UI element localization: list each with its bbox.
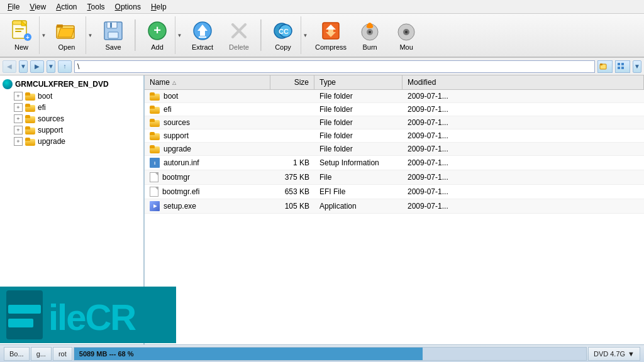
new-dropdown[interactable]: ▼ [39, 16, 48, 54]
table-row[interactable]: i autorun.inf 1 KB Setup Information 200… [145, 156, 644, 170]
table-row[interactable]: boot File folder 2009-07-1... [145, 90, 644, 103]
svg-rect-4 [15, 31, 21, 32]
col-header-modified[interactable]: Modified [402, 75, 644, 89]
table-row[interactable]: sources File folder 2009-07-1... [145, 116, 644, 129]
tree-item-sources[interactable]: + sources [13, 113, 141, 124]
open-icon [55, 19, 78, 42]
burn-icon [358, 19, 381, 42]
address-input[interactable] [74, 60, 595, 73]
burn-button[interactable]: Burn [352, 16, 387, 54]
folder-icon [150, 132, 160, 140]
add-button[interactable]: + Add [140, 16, 175, 54]
new-button[interactable]: + New [4, 16, 39, 54]
back-button[interactable]: ◀ [3, 60, 16, 73]
new-label: New [14, 43, 28, 51]
table-row[interactable]: ▶ setup.exe 105 KB Application 2009-07-1… [145, 199, 644, 214]
tree-item-upgrade[interactable]: + upgrade [13, 136, 141, 147]
col-header-size[interactable]: Size [270, 75, 314, 89]
dvd-dropdown-arrow[interactable]: ▼ [628, 350, 635, 358]
open-dropdown[interactable]: ▼ [86, 16, 94, 54]
col-header-type[interactable]: Type [314, 75, 402, 89]
view-dropdown[interactable]: ▼ [633, 60, 641, 73]
table-row[interactable]: bootmgr 375 KB File 2009-07-1... [145, 170, 644, 185]
tree-label-sources: sources [38, 114, 64, 123]
tree-item-boot[interactable]: + boot [13, 90, 141, 102]
tree-items: + boot + efi + sources + support + [13, 90, 141, 147]
status-seg3: rot [53, 347, 72, 361]
more-button[interactable]: Mou [389, 16, 424, 54]
open-button[interactable]: Open [49, 16, 84, 54]
compress-label: Compress [315, 43, 347, 51]
svg-rect-38 [8, 305, 41, 314]
more-label: Mou [399, 43, 413, 51]
tree-label-support: support [38, 126, 63, 134]
menu-bar: File View Action Tools Options Help [0, 0, 644, 14]
copy-dropdown[interactable]: ▼ [301, 16, 309, 54]
inf-icon: i [150, 158, 160, 168]
svg-text:CC: CC [279, 28, 289, 35]
svg-rect-11 [108, 32, 118, 38]
file-icon [150, 172, 158, 182]
status-progress: 5089 MB --- 68 % [74, 347, 587, 361]
delete-button[interactable]: Delete [221, 16, 257, 54]
extract-button[interactable]: Extract [185, 16, 220, 54]
svg-point-30 [405, 31, 408, 33]
address-bar: ◀ ▼ ▶ ▼ ↑ ▼ [0, 58, 644, 75]
menu-view[interactable]: View [25, 1, 51, 13]
menu-help[interactable]: Help [146, 1, 172, 13]
expand-sources[interactable]: + [14, 114, 23, 123]
tree-item-support[interactable]: + support [13, 124, 141, 136]
add-dropdown[interactable]: ▼ [175, 16, 184, 54]
up-button[interactable]: ↑ [58, 60, 72, 73]
copy-label: Copy [275, 43, 291, 51]
svg-text:+: + [153, 23, 161, 37]
expand-efi[interactable]: + [14, 103, 23, 112]
forward-dropdown[interactable]: ▼ [47, 60, 55, 73]
compress-button[interactable]: Compress [311, 16, 351, 54]
delete-label: Delete [229, 43, 249, 51]
menu-tools[interactable]: Tools [82, 1, 110, 13]
open-label: Open [58, 43, 75, 51]
forward-button[interactable]: ▶ [30, 60, 44, 73]
menu-file[interactable]: File [3, 1, 25, 13]
svg-rect-3 [15, 28, 24, 30]
menu-options[interactable]: Options [110, 1, 146, 13]
back-dropdown[interactable]: ▼ [19, 60, 28, 73]
svg-rect-12 [110, 23, 112, 28]
tree-root-label: GRMCULXFRER_EN_DVD [15, 80, 109, 89]
copy-button[interactable]: CC Copy [265, 16, 301, 54]
browse-button[interactable] [597, 60, 613, 73]
svg-text:+: + [26, 34, 30, 41]
svg-rect-39 [8, 319, 33, 327]
toolbar: + New ▼ Open ▼ Save [0, 14, 644, 58]
save-button[interactable]: Save [96, 16, 131, 54]
col-header-name[interactable]: Name △ [145, 75, 270, 89]
toolbar-sep-2 [260, 19, 262, 51]
expand-boot[interactable]: + [14, 92, 23, 101]
file-list-header: Name △ Size Type Modified [145, 75, 644, 90]
table-row[interactable]: support File folder 2009-07-1... [145, 129, 644, 143]
svg-rect-36 [621, 67, 624, 69]
copy-icon: CC [272, 19, 294, 42]
delete-icon [228, 19, 250, 42]
tree-label-efi: efi [38, 103, 46, 112]
svg-point-27 [369, 31, 371, 33]
expand-upgrade[interactable]: + [14, 137, 23, 146]
add-icon: + [146, 19, 169, 42]
view-toggle[interactable] [615, 60, 630, 73]
compress-icon [319, 19, 342, 42]
expand-support[interactable]: + [14, 126, 23, 134]
save-icon [102, 19, 125, 42]
table-row[interactable]: bootmgr.efi 653 KB EFI File 2009-07-1... [145, 185, 644, 199]
save-label: Save [105, 43, 121, 51]
folder-icon-upgrade [25, 138, 35, 146]
disc-icon [3, 79, 13, 89]
table-row[interactable]: efi File folder 2009-07-1... [145, 103, 644, 116]
tree-root[interactable]: GRMCULXFRER_EN_DVD [3, 78, 141, 90]
status-dvd[interactable]: DVD 4.7G ▼ [588, 347, 640, 361]
sort-arrow: △ [172, 80, 176, 85]
table-row[interactable]: upgrade File folder 2009-07-1... [145, 143, 644, 156]
tree-item-efi[interactable]: + efi [13, 102, 141, 113]
svg-rect-8 [57, 25, 63, 28]
menu-action[interactable]: Action [51, 1, 82, 13]
